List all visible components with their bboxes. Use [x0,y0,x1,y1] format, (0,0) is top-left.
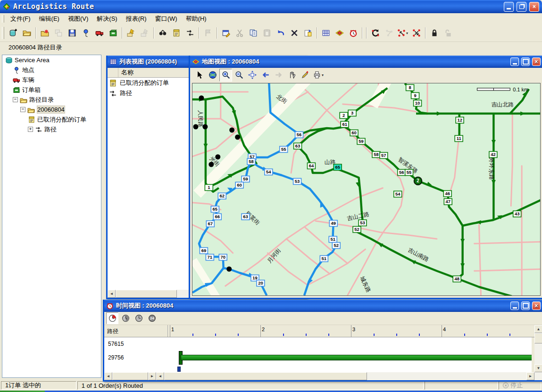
time-vertical-scrollbar[interactable]: ▲ ▼ [534,325,542,372]
menu-item-4[interactable]: 报表(R) [122,14,151,24]
tree-item-Service Area[interactable]: Service Area [2,55,101,65]
duplicate-button[interactable] [301,26,315,40]
zoom-out-tool-button[interactable] [233,69,245,82]
open-project-button[interactable] [20,26,33,40]
scroll-left-icon[interactable]: ◄ [156,372,164,380]
menu-item-2[interactable]: 视图(V) [64,14,92,24]
restore-button[interactable] [517,2,526,12]
collapse-icon[interactable]: − [13,97,18,102]
map-canvas[interactable]: 人民路北街光街山路智溪东路吉山北路外环东路殿英街吉山二路月河街城东路吉山南路0.… [192,83,541,296]
tree-item-已取消分配的订单[interactable]: 已取消分配的订单 [2,114,101,124]
draw-tool-button[interactable] [299,69,311,82]
select-tool-button[interactable] [193,69,206,82]
menu-grip[interactable] [2,15,4,23]
list-horizontal-scrollbar[interactable]: ◄ [108,290,190,298]
build-routes-button[interactable] [368,26,382,40]
minimize-button[interactable] [504,2,514,12]
scroll-right-icon[interactable]: ► [526,372,534,380]
properties-button[interactable] [219,26,233,40]
lock-button[interactable] [427,26,441,40]
table-view-button[interactable] [319,26,333,40]
undo-button[interactable] [274,26,287,40]
scroll-right-icon[interactable]: ► [148,372,156,380]
scroll-up-icon[interactable]: ▲ [534,325,542,333]
find-button[interactable] [156,26,169,40]
project-tree[interactable]: Service Area地点车辆订单箱−路径目录−20060804已取消分配的订… [2,55,101,378]
tree-item-车辆[interactable]: 车辆 [2,75,101,85]
menu-item-5[interactable]: 窗口(W) [151,14,182,24]
tree-item-label[interactable]: 订单箱 [22,86,41,94]
import-orders-button[interactable] [124,26,138,40]
new-vehicle-button[interactable] [92,26,106,40]
copy-button[interactable] [246,26,260,40]
toolbar-grip[interactable] [2,27,4,39]
route-row-label[interactable]: 29756 [108,354,124,361]
cut-button[interactable] [233,26,246,40]
pan-tool-button[interactable] [285,69,298,82]
paste-button[interactable] [260,26,274,40]
tree-item-label[interactable]: 地点 [22,66,34,74]
time-rows[interactable]: 5761529756 [104,337,532,372]
resequence-button[interactable]: ▾ [396,26,409,40]
routes-list-button[interactable] [183,26,197,40]
map-close-button[interactable]: × [532,57,541,66]
new-project-button[interactable] [6,26,20,40]
copy-folder-button[interactable] [51,26,65,40]
list-item-label[interactable]: 已取消分配的订单 [120,79,169,87]
tree-item-label[interactable]: 路径 [44,125,57,134]
tree-item-地点[interactable]: 地点 [2,65,101,75]
close-button[interactable]: × [529,2,539,12]
new-location-button[interactable] [79,26,92,40]
new-route-folder-button[interactable] [38,26,51,40]
tree-item-路径[interactable]: +路径 [2,124,101,134]
map-view-button[interactable] [333,26,346,40]
scroll-thumb[interactable] [112,372,148,380]
route-row-label[interactable]: 57615 [108,341,124,347]
app-title-bar[interactable]: ArcLogistics Route × [0,0,542,13]
scroll-left-icon[interactable]: ◄ [104,372,112,380]
clock-half-button[interactable] [119,312,132,324]
tree-item-label[interactable]: Service Area [15,57,50,64]
menu-item-3[interactable]: 解决(S) [92,14,121,24]
scroll-thumb[interactable] [534,333,542,343]
tree-item-label[interactable]: 路径目录 [29,96,54,104]
dropdown-caret-icon[interactable]: ▾ [406,31,408,35]
scroll-thumb[interactable] [116,290,177,298]
tree-item-label[interactable]: 车辆 [22,76,34,84]
overview-tool-button[interactable] [206,69,219,82]
tree-item-路径目录[interactable]: −路径目录 [2,95,101,105]
map-minimize-button[interactable] [510,57,519,66]
save-button[interactable] [65,26,79,40]
time-close-button[interactable]: × [532,302,541,310]
menu-item-0[interactable]: 文件(F) [6,14,35,24]
list-item-label[interactable]: 路径 [120,89,132,98]
zoom-extent-tool-button[interactable] [246,69,258,82]
sequence-orders-button[interactable] [382,26,396,40]
dropdown-caret-icon[interactable]: ▾ [322,73,324,77]
export-orders-button[interactable] [138,26,151,40]
scroll-thumb[interactable] [164,372,367,380]
map-view-title-bar[interactable]: 地图视图 : 20060804 × [190,56,542,68]
map-maximize-button[interactable] [521,57,530,66]
back-tool-button[interactable] [259,69,272,82]
tree-item-label[interactable]: 已取消分配的订单 [37,115,86,124]
status-cell-3[interactable]: ✕停止 [499,381,541,390]
menu-item-6[interactable]: 帮助(H) [182,14,211,24]
scroll-left-icon[interactable]: ◄ [108,290,116,298]
unlock-button[interactable] [441,26,455,40]
delete-button[interactable] [287,26,301,40]
time-view-title-bar[interactable]: 时间视图 : 20060804 × [104,300,542,312]
new-orders-button[interactable] [106,26,120,40]
zoom-in-tool-button[interactable] [219,69,232,82]
route-time-bar[interactable] [181,355,532,360]
menu-item-1[interactable]: 编辑(E) [35,14,64,24]
time-horizontal-scrollbar[interactable]: ◄ ► ◄ ► [104,372,542,380]
time-maximize-button[interactable] [521,302,530,310]
tree-item-label[interactable]: 20060804 [37,106,65,114]
time-view-button[interactable] [346,26,360,40]
clock-hour-button[interactable] [133,312,145,324]
column-name[interactable]: 名称 [118,68,136,77]
forward-tool-button[interactable] [272,69,285,82]
clock-quarter-button[interactable] [106,312,118,324]
time-minimize-button[interactable] [510,302,519,310]
